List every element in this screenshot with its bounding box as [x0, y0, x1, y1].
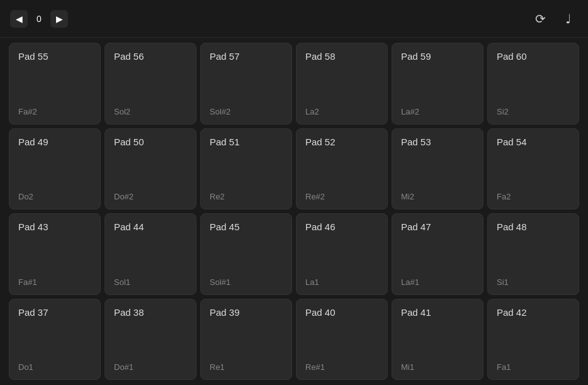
pad-cell[interactable]: Pad 51Re2	[200, 128, 292, 210]
pad-cell[interactable]: Pad 52Re#2	[296, 128, 388, 210]
pad-name: Pad 49	[18, 137, 48, 147]
pad-name: Pad 59	[401, 51, 431, 62]
pad-name: Pad 48	[497, 221, 527, 232]
pad-cell[interactable]: Pad 53Mi2	[392, 128, 483, 210]
pad-cell[interactable]: Pad 50Do#2	[105, 128, 196, 210]
pad-name: Pad 46	[305, 221, 336, 232]
prev-button[interactable]: ◀	[10, 10, 28, 28]
pad-cell[interactable]: Pad 39Re1	[200, 299, 292, 381]
pad-name: Pad 52	[305, 137, 336, 147]
pad-name: Pad 57	[210, 51, 240, 62]
pad-name: Pad 40	[305, 307, 336, 318]
header-actions: ⟳ ♩	[530, 9, 578, 29]
pad-cell[interactable]: Pad 54Fa2	[487, 128, 579, 210]
pad-cell[interactable]: Pad 55Fa#2	[9, 43, 101, 125]
pad-note: Mi2	[401, 192, 414, 201]
pad-grid: Pad 55Fa#2Pad 56Sol2Pad 57Sol#2Pad 58La2…	[0, 38, 588, 385]
pad-name: Pad 56	[114, 51, 144, 62]
pad-name: Pad 39	[210, 307, 240, 318]
pad-note: La2	[305, 107, 319, 116]
pad-name: Pad 50	[114, 137, 144, 147]
pad-note: Sol#2	[210, 107, 230, 116]
pad-cell[interactable]: Pad 38Do#1	[105, 299, 196, 381]
pad-cell[interactable]: Pad 44Sol1	[105, 213, 196, 295]
pad-note: La1	[305, 277, 319, 287]
pad-cell[interactable]: Pad 56Sol2	[105, 43, 196, 125]
pad-note: Fa#1	[18, 277, 37, 287]
pad-name: Pad 42	[497, 307, 527, 318]
pad-note: Fa2	[497, 192, 511, 201]
pad-note: Fa1	[497, 362, 511, 372]
pad-note: Re2	[210, 192, 225, 201]
pad-cell[interactable]: Pad 40Re#1	[296, 299, 388, 381]
pad-name: Pad 38	[114, 307, 144, 318]
pad-name: Pad 47	[401, 221, 431, 232]
note-button[interactable]: ♩	[558, 9, 578, 29]
pad-note: Do2	[18, 192, 33, 201]
nav-controls: ◀ 0 ▶	[10, 10, 68, 28]
pad-cell[interactable]: Pad 45Sol#1	[200, 213, 292, 295]
next-button[interactable]: ▶	[50, 10, 68, 28]
header: ◀ 0 ▶ ⟳ ♩	[0, 0, 588, 38]
pad-name: Pad 41	[401, 307, 431, 318]
pad-note: Do#2	[114, 192, 133, 201]
pad-name: Pad 44	[114, 221, 144, 232]
pad-cell[interactable]: Pad 46La1	[296, 213, 388, 295]
pad-note: Re#1	[305, 362, 325, 372]
pad-cell[interactable]: Pad 48Si1	[487, 213, 579, 295]
pad-cell[interactable]: Pad 43Fa#1	[9, 213, 101, 295]
pad-cell[interactable]: Pad 57Sol#2	[200, 43, 292, 125]
pad-cell[interactable]: Pad 41Mi1	[392, 299, 483, 381]
pad-name: Pad 53	[401, 137, 431, 147]
pad-note: Si1	[497, 277, 509, 287]
pad-cell[interactable]: Pad 49Do2	[9, 128, 101, 210]
pad-cell[interactable]: Pad 47La#1	[392, 213, 483, 295]
pad-note: Sol#1	[210, 277, 230, 287]
pad-note: Si2	[497, 107, 509, 116]
pad-note: Do#1	[114, 362, 133, 372]
pad-cell[interactable]: Pad 58La2	[296, 43, 388, 125]
pad-cell[interactable]: Pad 37Do1	[9, 299, 101, 381]
pad-cell[interactable]: Pad 59La#2	[392, 43, 483, 125]
pad-name: Pad 43	[18, 221, 48, 232]
page-number: 0	[33, 14, 45, 24]
pad-cell[interactable]: Pad 60Si2	[487, 43, 579, 125]
pad-note: Do1	[18, 362, 33, 372]
pad-note: Re#2	[305, 192, 325, 201]
pad-name: Pad 55	[18, 51, 48, 62]
sync-button[interactable]: ⟳	[530, 9, 550, 29]
pad-name: Pad 51	[210, 137, 240, 147]
pad-name: Pad 58	[305, 51, 336, 62]
pad-note: La#2	[401, 107, 419, 116]
pad-note: Sol2	[114, 107, 130, 116]
pad-name: Pad 54	[497, 137, 527, 147]
pad-note: Mi1	[401, 362, 414, 372]
pad-name: Pad 60	[497, 51, 527, 62]
pad-name: Pad 37	[18, 307, 48, 318]
pad-name: Pad 45	[210, 221, 240, 232]
pad-note: Re1	[210, 362, 225, 372]
pad-note: La#1	[401, 277, 419, 287]
pad-note: Fa#2	[18, 107, 37, 116]
pad-cell[interactable]: Pad 42Fa1	[487, 299, 579, 381]
pad-note: Sol1	[114, 277, 130, 287]
